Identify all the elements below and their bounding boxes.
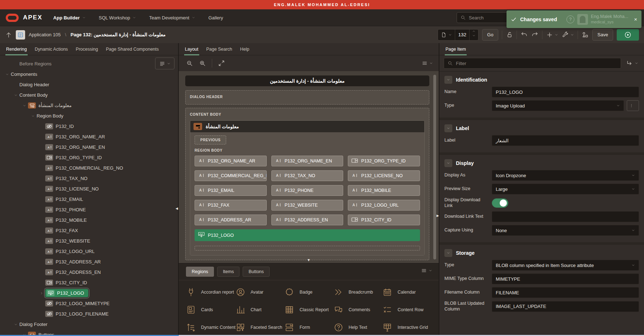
layout-item[interactable]: P132_CITY_ID <box>348 215 420 225</box>
tree-node[interactable]: Region Body <box>0 111 178 121</box>
tree-node[interactable]: Before Regions <box>0 59 178 69</box>
type-lov-button[interactable] <box>627 100 639 111</box>
toast-close-icon[interactable]: × <box>634 16 637 22</box>
previous-position[interactable]: PREVIOUS <box>195 135 226 144</box>
redo-icon[interactable] <box>531 31 538 38</box>
nav-app-builder[interactable]: App Builder <box>53 15 86 20</box>
gallery-item-breadcrumb[interactable]: Breadcrumb <box>333 284 383 300</box>
tree-menu-button[interactable] <box>155 57 174 69</box>
tree-node[interactable]: P132_LOGO <box>0 288 178 298</box>
tree-node[interactable]: AP132_COMMERCIAL_REG_NO <box>0 163 178 173</box>
expand-icon[interactable] <box>218 60 225 67</box>
layout-item[interactable]: AP132_EMAIL <box>195 185 267 196</box>
blob-last-updated-column-input[interactable]: IMAGE_LAST_UPDATE <box>492 301 639 312</box>
go-button[interactable]: Go <box>482 29 498 41</box>
gallery-tab-buttons[interactable]: Buttons <box>243 267 269 277</box>
tree-node[interactable]: P132_ORG_TYPE_ID <box>0 152 178 163</box>
gallery-item-comments[interactable]: Comments <box>333 302 383 318</box>
tree-node[interactable]: AP132_LICENSE_NO <box>0 184 178 194</box>
canvas-scrollbar[interactable] <box>433 75 436 259</box>
breadcrumb-application[interactable]: Application 105 <box>29 32 61 37</box>
layout-item[interactable]: AP132_LICENSE_NO <box>348 170 420 181</box>
layout-item[interactable]: AP132_ADDRESS_AR <box>195 215 267 225</box>
right-splitter-handle[interactable]: ▶ <box>437 214 439 217</box>
layout-item[interactable]: AP132_TAX_NO <box>271 170 344 181</box>
layout-item[interactable]: AP132_COMMERCIAL_REG_NO <box>195 170 267 181</box>
tree-node[interactable]: AP132_TAX_NO <box>0 173 178 184</box>
item-dropzone[interactable] <box>195 246 420 250</box>
tree-node[interactable]: AP132_LOGO_URL <box>0 246 178 257</box>
name-input[interactable]: P132_LOGO <box>492 87 639 97</box>
page-number-stepper[interactable] <box>469 29 478 40</box>
tree-node[interactable]: AP132_FAX <box>0 225 178 236</box>
gallery-item-accordian-report[interactable]: Accordian report <box>186 284 235 300</box>
tree-node[interactable]: AP132_ADDRESS_EN <box>0 267 178 277</box>
tree-node[interactable]: Buttons <box>0 330 178 335</box>
layout-item[interactable]: P132_LOGO <box>195 229 420 241</box>
tab-dynamic-actions[interactable]: Dynamic Actions <box>31 43 72 55</box>
layout-item[interactable]: P132_ORG_TYPE_ID <box>348 156 420 166</box>
preview-size-select[interactable]: Large <box>492 184 639 194</box>
capture-using-select[interactable]: None <box>492 225 639 236</box>
layout-item[interactable]: AP132_FAX <box>195 200 267 211</box>
tree-node[interactable]: AP132_EMAIL <box>0 194 178 204</box>
region-header[interactable]: معلومات المنشأة <box>190 121 424 132</box>
save-button[interactable]: Save <box>592 29 613 41</box>
tab-layout[interactable]: Layout <box>181 43 202 55</box>
utilities-menu-button[interactable] <box>562 31 574 38</box>
tree-node[interactable]: Components <box>0 69 178 79</box>
gallery-item-avatar[interactable]: Avatar <box>235 284 285 300</box>
tree-node[interactable]: AP132_WEBSITE <box>0 236 178 246</box>
create-menu-button[interactable] <box>546 31 558 38</box>
tree-node[interactable]: AP132_ORG_NAME_AR <box>0 132 178 142</box>
type-select[interactable]: BLOB column specified in Item Source att… <box>492 260 639 271</box>
gallery-item-help-text[interactable]: Help Text <box>333 319 383 335</box>
gallery-tab-regions[interactable]: Regions <box>186 267 214 277</box>
tree-node[interactable]: AP132_ORG_NAME_EN <box>0 142 178 152</box>
page-number-input[interactable]: 132 <box>455 29 469 40</box>
layout-item[interactable]: AP132_ORG_NAME_EN <box>271 156 344 166</box>
layout-item[interactable]: AP132_LOGO_URL <box>348 200 420 211</box>
dialog-header-zone[interactable]: DIALOG HEADER <box>185 90 429 105</box>
tree-node[interactable]: AP132_ADDRESS_AR <box>0 257 178 267</box>
goto-group-button[interactable] <box>625 60 640 67</box>
label-input[interactable]: الشعار <box>492 135 639 146</box>
tree-node[interactable]: Dialog Header <box>0 79 178 90</box>
undo-icon[interactable] <box>521 31 528 38</box>
gallery-menu-button[interactable] <box>421 268 432 273</box>
zoom-in-icon[interactable] <box>199 60 206 67</box>
page-finder-button[interactable] <box>438 29 455 40</box>
nav-team-development[interactable]: Team Development <box>149 15 195 20</box>
up-arrow-icon[interactable] <box>5 31 12 38</box>
gallery-item-dynamic-content[interactable]: Dynamic Content <box>186 319 235 335</box>
layout-item[interactable]: AP132_WEBSITE <box>271 200 344 211</box>
nav-gallery[interactable]: Gallery <box>208 15 223 20</box>
tree-node[interactable]: P132_CITY_ID <box>0 277 178 288</box>
download-link-text-input[interactable] <box>492 211 639 222</box>
tree-node[interactable]: معلومات المنشأة <box>0 100 178 111</box>
tree-node[interactable]: AP132_MOBILE <box>0 215 178 225</box>
gallery-item-chart[interactable]: Chart <box>235 302 285 318</box>
display-as-select[interactable]: Icon Dropzone <box>492 170 639 181</box>
type-select[interactable]: Image Upload <box>492 100 624 111</box>
gallery-item-cards[interactable]: Cards <box>186 302 235 318</box>
filter-input[interactable]: Filter <box>444 58 621 69</box>
tree-node[interactable]: Dialog Footer <box>0 319 178 330</box>
mime-type-column-input[interactable]: MIMETYPE <box>492 273 639 284</box>
shared-components-icon[interactable] <box>582 31 589 38</box>
tab-page-search[interactable]: Page Search <box>202 43 236 55</box>
display-download-link-toggle[interactable] <box>492 198 508 208</box>
gallery-item-classic-report[interactable]: Classic Report <box>284 302 333 318</box>
gallery-tab-items[interactable]: Items <box>217 267 240 277</box>
nav-sql-workshop[interactable]: SQL Workshop <box>99 15 136 20</box>
layout-item[interactable]: AP132_MOBILE <box>348 185 420 196</box>
tree-node[interactable]: P132_LOGO_MIMETYPE <box>0 298 178 309</box>
section-collapse-button[interactable] <box>444 249 452 257</box>
left-splitter-handle[interactable]: ◀ <box>176 207 178 210</box>
tab-processing[interactable]: Processing <box>72 43 102 55</box>
tab-help[interactable]: Help <box>236 43 253 55</box>
gallery-item-interactive-grid[interactable]: Interactive Grid <box>382 319 431 335</box>
tab-page-item[interactable]: Page Item <box>442 43 470 55</box>
lock-icon[interactable] <box>506 31 513 38</box>
gallery-item-calendar[interactable]: Calendar <box>382 284 431 300</box>
